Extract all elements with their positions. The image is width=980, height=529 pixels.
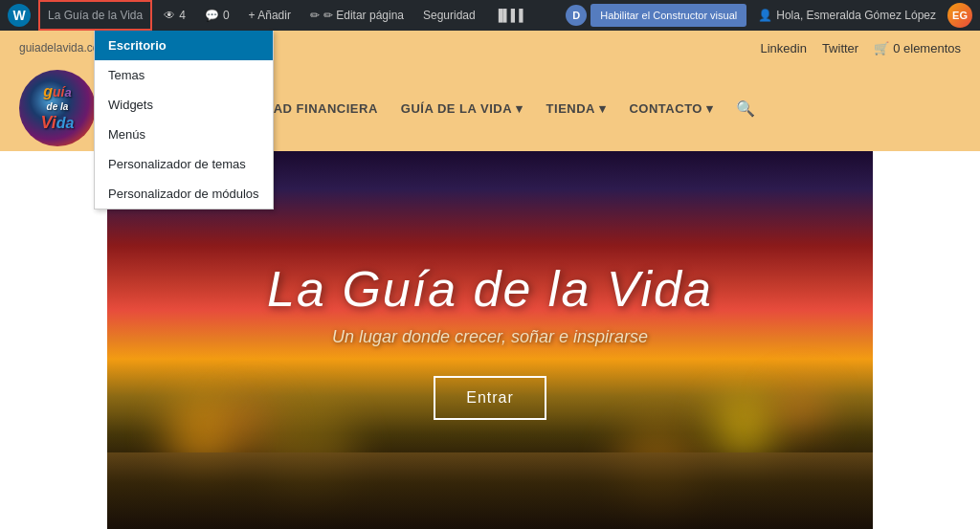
edit-page-label: ✏ Editar página [323,9,404,22]
nav-guia[interactable]: Guía de la Vida ▾ [401,101,523,116]
escritorio-dropdown: Escritorio Temas Widgets Menús Personali… [94,31,274,209]
dropdown-escritorio[interactable]: Escritorio [95,31,273,60]
nav-tienda-label: Tienda [546,101,595,116]
greeting-icon: 👤 [758,9,772,22]
dropdown-personalizador-modulos[interactable]: Personalizador de módulos [95,179,273,209]
twitter-link[interactable]: Twitter [822,41,858,55]
add-new-label: + Añadir [249,9,291,22]
nav-guia-label: Guía de la Vida [401,101,512,116]
hero-title: La Guía de la Vida [267,260,713,318]
dropdown-temas[interactable]: Temas [95,60,273,90]
enable-visual-builder[interactable]: Habilitar el Constructor visual [590,4,746,27]
greeting-text: Hola, Esmeralda Gómez López [776,9,936,22]
bokeh-5 [777,386,825,433]
security-item[interactable]: Seguridad [415,0,483,31]
security-label: Seguridad [423,9,476,22]
add-new-button[interactable]: + Añadir [241,0,299,31]
eye-icon: 👁 [164,9,175,22]
dropdown-menus[interactable]: Menús [95,120,273,149]
view-count-item[interactable]: 👁 4 [156,0,193,31]
edit-icon: ✏ [310,9,320,22]
admin-bar: W La Guía de la Vida 👁 4 💬 0 + Añadir ✏ … [0,0,980,31]
greeting-item[interactable]: 👤 Hola, Esmeralda Gómez López [750,0,944,31]
hero-subtitle: Un lugar donde crecer, soñar e inspirars… [267,327,713,347]
speedometer-icon: ▐▌▌▌ [495,9,527,22]
wordpress-logo[interactable]: W [8,4,31,27]
user-avatar[interactable]: EG [947,3,972,28]
comments-item[interactable]: 💬 0 [197,0,237,31]
nav-contacto[interactable]: Contacto ▾ [629,101,713,116]
comment-icon: 💬 [205,9,219,22]
view-count: 4 [179,9,186,22]
nav-contacto-label: Contacto [629,101,702,116]
speed-item[interactable]: ▐▌▌▌ [487,0,535,31]
water-reflection [107,452,873,529]
hero-content: La Guía de la Vida Un lugar donde crecer… [267,260,713,420]
comments-count: 0 [223,9,230,22]
divi-icon[interactable]: D [566,5,587,26]
site-name-label: La Guía de la Vida [48,9,143,22]
site-name-adminbar[interactable]: La Guía de la Vida [38,0,152,31]
dropdown-personalizador-temas[interactable]: Personalizador de temas [95,149,273,179]
nav-tienda-chevron: ▾ [599,101,607,116]
avatar-initials: EG [952,10,968,21]
site-bar-links: Linkedin Twitter 🛒 0 elementos [760,41,961,55]
nav-contacto-chevron: ▾ [706,101,714,116]
linkedin-link[interactable]: Linkedin [760,41,806,55]
logo-text: guía de la Vida [36,78,78,138]
logo-circle: guía de la Vida [19,70,96,146]
admin-bar-right: D Habilitar el Constructor visual 👤 Hola… [566,0,972,31]
cart-icon-symbol: 🛒 [874,41,889,55]
dropdown-widgets[interactable]: Widgets [95,90,273,120]
search-icon[interactable]: 🔍 [736,99,755,118]
hero-enter-button[interactable]: Entrar [434,376,546,420]
edit-page-button[interactable]: ✏ ✏ Editar página [302,0,412,31]
cart-count-label: 0 elementos [893,41,961,55]
divi-button-label: Habilitar el Constructor visual [600,10,737,21]
nav-guia-chevron: ▾ [516,101,523,116]
cart-item[interactable]: 🛒 0 elementos [874,41,961,55]
nav-tienda[interactable]: Tienda ▾ [546,101,607,116]
divi-logo: D [572,10,580,21]
hero-button-label: Entrar [466,389,514,406]
